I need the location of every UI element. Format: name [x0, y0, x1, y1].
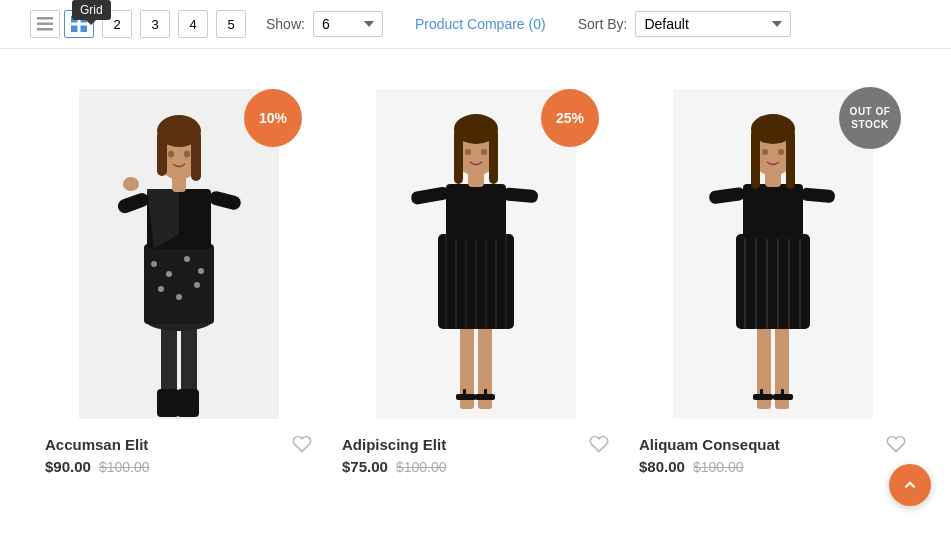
price-current: $80.00	[639, 458, 685, 475]
svg-rect-55	[489, 129, 498, 184]
product-card: 25% Adipiscing Elit $75.00 $100.00	[327, 69, 624, 485]
svg-point-81	[778, 149, 784, 155]
svg-point-25	[123, 177, 139, 191]
svg-rect-54	[454, 129, 463, 184]
product-image	[376, 89, 576, 419]
wishlist-button[interactable]	[292, 434, 312, 454]
svg-rect-11	[177, 389, 199, 417]
columns-5-button[interactable]: 5	[216, 10, 246, 38]
product-name: Adipiscing Elit	[342, 436, 446, 453]
svg-rect-65	[736, 234, 810, 329]
product-compare-link[interactable]: Product Compare (0)	[415, 16, 546, 32]
svg-rect-1	[37, 23, 53, 26]
product-image	[673, 89, 873, 419]
svg-rect-2	[37, 28, 53, 31]
columns-4-button[interactable]: 4	[178, 10, 208, 38]
heart-icon	[292, 434, 312, 454]
svg-rect-64	[781, 389, 784, 399]
svg-rect-79	[786, 129, 795, 189]
svg-rect-0	[37, 17, 53, 20]
svg-rect-30	[191, 131, 201, 181]
svg-rect-38	[463, 389, 466, 399]
svg-point-57	[481, 149, 487, 155]
heart-icon	[886, 434, 906, 454]
svg-rect-78	[751, 129, 760, 189]
toolbar: Grid 2 3 4 5 Show: 6 12 24 48 Produ	[0, 0, 951, 49]
svg-point-20	[194, 282, 200, 288]
svg-point-56	[465, 149, 471, 155]
product-prices: $90.00 $100.00	[45, 458, 312, 475]
grid-tooltip: Grid	[72, 0, 111, 20]
svg-point-17	[198, 268, 204, 274]
wishlist-button[interactable]	[589, 434, 609, 454]
product-prices: $80.00 $100.00	[639, 458, 906, 475]
svg-point-16	[184, 256, 190, 262]
svg-rect-10	[157, 389, 179, 417]
product-card: OUT OF STOCK Aliquam Consequat $80.00 $1…	[624, 69, 921, 485]
svg-point-18	[158, 286, 164, 292]
svg-point-32	[184, 151, 190, 158]
wishlist-button[interactable]	[886, 434, 906, 454]
svg-rect-6	[81, 26, 88, 33]
sort-select[interactable]: Default Name (A-Z) Name (Z-A) Price (Low…	[635, 11, 791, 37]
list-icon	[37, 16, 53, 32]
sort-label: Sort By:	[578, 16, 628, 32]
svg-rect-39	[484, 389, 487, 399]
svg-point-19	[176, 294, 182, 300]
products-grid: 10% Accumsan Elit $90.00 $100.00	[0, 49, 951, 505]
svg-rect-63	[760, 389, 763, 399]
svg-rect-13	[144, 244, 214, 324]
svg-point-15	[166, 271, 172, 277]
show-label: Show:	[266, 16, 305, 32]
svg-point-80	[762, 149, 768, 155]
svg-rect-72	[743, 184, 803, 239]
product-image-wrap: 10%	[45, 79, 312, 419]
product-image	[79, 89, 279, 419]
product-name: Accumsan Elit	[45, 436, 148, 453]
scroll-top-button[interactable]	[889, 464, 931, 506]
product-info: Adipiscing Elit	[342, 434, 609, 454]
product-image-wrap: OUT OF STOCK	[639, 79, 906, 419]
price-current: $75.00	[342, 458, 388, 475]
product-info: Accumsan Elit	[45, 434, 312, 454]
product-image-wrap: 25%	[342, 79, 609, 419]
heart-icon	[589, 434, 609, 454]
product-info: Aliquam Consequat	[639, 434, 906, 454]
product-name: Aliquam Consequat	[639, 436, 780, 453]
product-badge: 10%	[244, 89, 302, 147]
svg-point-31	[168, 151, 174, 158]
show-select[interactable]: 6 12 24 48	[313, 11, 383, 37]
price-original: $100.00	[99, 459, 150, 475]
price-original: $100.00	[396, 459, 447, 475]
product-badge: OUT OF STOCK	[839, 87, 901, 149]
price-original: $100.00	[693, 459, 744, 475]
arrow-up-icon	[901, 476, 919, 494]
list-view-button[interactable]	[30, 10, 60, 38]
price-current: $90.00	[45, 458, 91, 475]
svg-rect-48	[446, 184, 506, 239]
svg-point-14	[151, 261, 157, 267]
product-card: 10% Accumsan Elit $90.00 $100.00	[30, 69, 327, 485]
product-badge: 25%	[541, 89, 599, 147]
product-prices: $75.00 $100.00	[342, 458, 609, 475]
svg-rect-5	[71, 26, 78, 33]
columns-3-button[interactable]: 3	[140, 10, 170, 38]
svg-rect-29	[157, 131, 167, 176]
